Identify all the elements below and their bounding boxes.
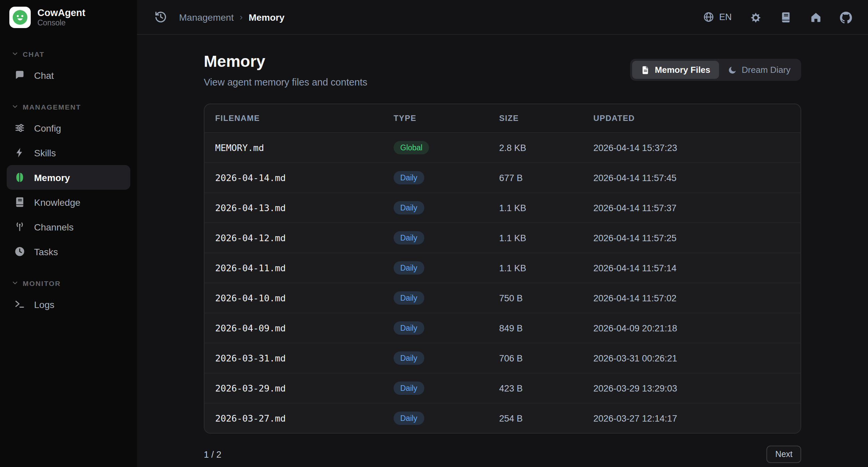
cell-size: 677 B [499,173,593,183]
tab-label: Memory Files [655,65,710,75]
book-icon [14,196,25,208]
type-badge: Daily [394,261,424,275]
type-badge: Daily [394,321,424,335]
sliders-icon [14,122,25,134]
table-row[interactable]: 2026-03-29.md Daily 423 B 2026-03-29 13:… [205,373,801,403]
cell-filename: 2026-03-27.md [205,413,394,424]
brand[interactable]: CowAgent Console [0,0,137,35]
sidebar-item-config[interactable]: Config [7,116,130,140]
main-area: Management › Memory EN [137,0,868,467]
app-window: CowAgent Console CHAT Chat [0,0,868,467]
view-toggle: Memory Files Dream Diary [630,59,801,81]
app-title: CowAgent [37,7,85,19]
table-row[interactable]: 2026-03-27.md Daily 254 B 2026-03-27 12:… [205,403,801,433]
sidebar-item-skills[interactable]: Skills [7,140,130,165]
sidebar-item-label: Skills [34,147,56,158]
sidebar-item-chat[interactable]: Chat [7,63,130,88]
cell-type: Daily [394,291,499,305]
type-badge: Daily [394,291,424,305]
cell-filename: 2026-04-10.md [205,292,394,303]
column-header-filename: FILENAME [205,114,394,123]
topbar-actions: EN [703,11,852,23]
cell-size: 706 B [499,353,593,363]
table-row[interactable]: 2026-04-09.md Daily 849 B 2026-04-09 20:… [205,313,801,343]
table-row[interactable]: 2026-03-31.md Daily 706 B 2026-03-31 00:… [205,343,801,373]
cell-size: 254 B [499,413,593,423]
cell-filename: MEMORY.md [205,142,394,153]
type-badge: Daily [394,171,424,185]
topbar: Management › Memory EN [137,0,868,35]
sidebar-item-label: Chat [34,70,54,81]
cell-type: Daily [394,351,499,365]
cell-filename: 2026-04-13.md [205,203,394,213]
cell-filename: 2026-04-09.md [205,323,394,333]
sidebar-item-channels[interactable]: Channels [7,214,130,239]
type-badge: Global [394,141,429,155]
docs-book-icon[interactable] [780,11,792,23]
cell-type: Daily [394,231,499,245]
app-subtitle: Console [37,19,85,27]
tab-dream-diary[interactable]: Dream Diary [719,61,799,79]
cell-updated: 2026-03-29 13:29:03 [593,383,801,393]
language-switcher[interactable]: EN [703,11,732,23]
pagination: 1 / 2 Next [204,446,801,463]
sidebar-item-label: Logs [34,299,55,310]
memory-files-table: FILENAME TYPE SIZE UPDATED MEMORY.md Glo… [204,103,801,434]
cell-updated: 2026-04-14 11:57:14 [593,263,801,273]
cell-filename: 2026-04-12.md [205,232,394,243]
page-title: Memory [204,52,368,71]
table-row[interactable]: 2026-04-13.md Daily 1.1 KB 2026-04-14 11… [205,192,801,222]
table-row[interactable]: 2026-04-10.md Daily 750 B 2026-04-14 11:… [205,283,801,313]
home-icon[interactable] [810,11,822,23]
cell-size: 1.1 KB [499,233,593,243]
cell-filename: 2026-03-31.md [205,353,394,364]
cell-updated: 2026-04-14 11:57:02 [593,293,801,303]
chat-bubble-icon [14,69,25,81]
type-badge: Daily [394,411,424,425]
table-row[interactable]: 2026-04-11.md Daily 1.1 KB 2026-04-14 11… [205,253,801,283]
moon-icon [728,65,737,74]
type-badge: Daily [394,381,424,395]
type-badge: Daily [394,201,424,215]
column-header-type: TYPE [394,114,499,123]
sidebar-item-knowledge[interactable]: Knowledge [7,190,130,214]
breadcrumb-section[interactable]: Management [179,12,234,22]
sidebar-section-header-chat[interactable]: CHAT [0,45,137,63]
cell-size: 1.1 KB [499,263,593,273]
sidebar-item-logs[interactable]: Logs [7,292,130,317]
cell-type: Global [394,141,499,155]
sidebar-section-header-management[interactable]: MANAGEMENT [0,97,137,116]
table-row[interactable]: 2026-04-14.md Daily 677 B 2026-04-14 11:… [205,162,801,192]
sidebar-item-tasks[interactable]: Tasks [7,239,130,264]
theme-toggle-icon[interactable] [750,11,762,23]
cell-filename: 2026-04-14.md [205,173,394,183]
sidebar-section-chat: CHAT Chat [0,45,137,88]
history-icon[interactable] [154,11,167,23]
type-badge: Daily [394,231,424,245]
sidebar-section-label: MANAGEMENT [23,102,81,111]
cell-type: Daily [394,201,499,215]
column-header-updated: UPDATED [593,114,801,123]
cell-filename: 2026-03-29.md [205,383,394,394]
next-page-button[interactable]: Next [767,446,801,463]
sidebar: CowAgent Console CHAT Chat [0,0,137,467]
page-header: Memory View agent memory files and conte… [204,52,801,88]
tab-memory-files[interactable]: Memory Files [632,61,719,79]
table-row[interactable]: MEMORY.md Global 2.8 KB 2026-04-14 15:37… [205,133,801,162]
sidebar-section-management: MANAGEMENT Config Skills [0,97,137,264]
github-icon[interactable] [840,11,852,23]
column-header-size: SIZE [499,114,593,123]
table-row[interactable]: 2026-04-12.md Daily 1.1 KB 2026-04-14 11… [205,222,801,253]
sidebar-item-label: Config [34,123,61,133]
breadcrumb-current: Memory [249,12,284,22]
sidebar-section-header-monitor[interactable]: MONITOR [0,274,137,292]
cell-updated: 2026-04-14 11:57:45 [593,173,801,183]
sidebar-item-memory[interactable]: Memory [7,165,130,190]
file-text-icon [641,65,650,74]
cell-size: 750 B [499,293,593,303]
globe-icon [703,11,715,23]
clock-icon [14,246,25,257]
page-content: Memory View agent memory files and conte… [204,35,801,463]
cell-updated: 2026-04-14 11:57:37 [593,203,801,213]
table-header-row: FILENAME TYPE SIZE UPDATED [205,104,801,133]
